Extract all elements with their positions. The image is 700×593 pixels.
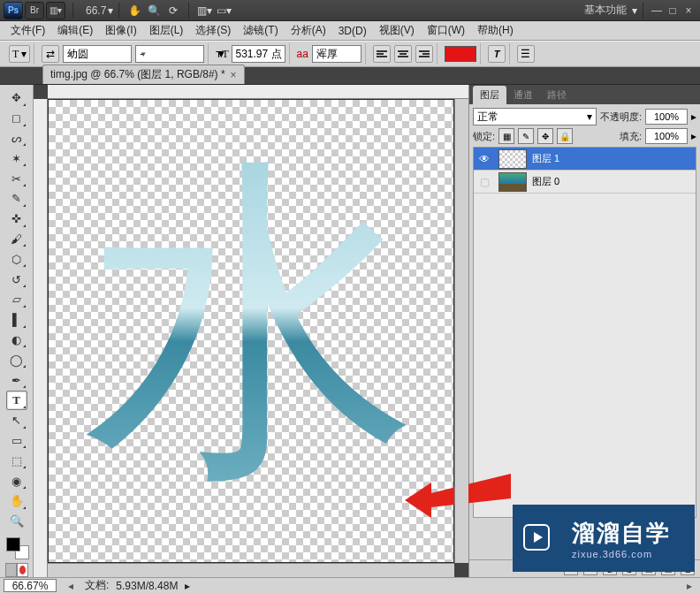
zoom-tool[interactable]: 🔍 bbox=[6, 512, 27, 531]
menu-file[interactable]: 文件(F) bbox=[5, 21, 50, 40]
tab-layers[interactable]: 图层 bbox=[473, 86, 506, 104]
workspace-switcher[interactable]: 基本功能 bbox=[579, 3, 632, 18]
minibridge-icon[interactable]: ▥▾ bbox=[46, 2, 65, 19]
shape-tool[interactable]: ▭ bbox=[6, 431, 27, 451]
watermark-url: zixue.3d66.com bbox=[572, 549, 671, 559]
ps-app-icon[interactable]: Ps bbox=[4, 2, 23, 19]
warp-text-button[interactable]: 𝙏 bbox=[488, 45, 506, 63]
blur-tool[interactable]: ◐ bbox=[6, 331, 27, 350]
scrollbar-vertical[interactable] bbox=[454, 99, 468, 563]
lock-transparency-icon[interactable]: ▦ bbox=[498, 128, 514, 144]
document-tab[interactable]: timg.jpg @ 66.7% (图层 1, RGB/8#) * × bbox=[42, 65, 245, 84]
window-close-icon[interactable]: × bbox=[681, 4, 696, 17]
menu-bar: 文件(F) 编辑(E) 图像(I) 图层(L) 选择(S) 滤镜(T) 分析(A… bbox=[0, 21, 700, 41]
pen-tool[interactable]: ✒ bbox=[6, 370, 27, 390]
panel-tabs: 图层 通道 路径 bbox=[469, 85, 700, 104]
scrollbar-horizontal[interactable] bbox=[48, 563, 454, 577]
align-left-button[interactable] bbox=[373, 45, 391, 63]
3d-camera-tool[interactable]: ◉ bbox=[6, 471, 27, 490]
ruler-horizontal[interactable] bbox=[48, 85, 468, 99]
path-select-tool[interactable]: ↖ bbox=[6, 411, 27, 430]
layer-thumbnail[interactable] bbox=[498, 172, 527, 192]
blend-mode-dropdown[interactable]: 正常▾ bbox=[473, 108, 597, 125]
align-right-button[interactable] bbox=[415, 45, 433, 63]
workspace-dropdown-icon[interactable]: ▾ bbox=[632, 4, 637, 17]
arrange-docs-icon[interactable]: ▥▾ bbox=[194, 2, 214, 19]
menu-filter[interactable]: 滤镜(T) bbox=[238, 21, 283, 40]
eyedropper-tool[interactable]: ✎ bbox=[6, 189, 27, 209]
menu-help[interactable]: 帮助(H) bbox=[472, 21, 519, 40]
menu-analysis[interactable]: 分析(A) bbox=[285, 21, 331, 40]
eraser-tool[interactable]: ▱ bbox=[6, 290, 27, 309]
menu-image[interactable]: 图像(I) bbox=[100, 21, 141, 40]
window-restore-icon[interactable]: □ bbox=[665, 4, 681, 17]
layer-row[interactable]: ▢ 图层 0 bbox=[474, 171, 696, 194]
zoom-tool-icon[interactable]: 🔍 bbox=[144, 2, 164, 19]
lasso-tool[interactable]: ᔕ bbox=[6, 129, 27, 148]
layer-name[interactable]: 图层 0 bbox=[530, 175, 559, 188]
tab-paths[interactable]: 路径 bbox=[540, 86, 574, 104]
status-doc-value: 5.93M/8.48M bbox=[116, 580, 178, 592]
3d-tool[interactable]: ⬚ bbox=[6, 451, 27, 470]
character-panel-button[interactable]: ☰ bbox=[517, 45, 535, 63]
hand-tool[interactable]: ✋ bbox=[6, 491, 27, 511]
menu-3d[interactable]: 3D(D) bbox=[333, 23, 372, 39]
status-dropdown-icon[interactable]: ▸ bbox=[185, 580, 190, 592]
lock-pixels-icon[interactable]: ✎ bbox=[518, 128, 534, 144]
ruler-vertical[interactable] bbox=[34, 99, 48, 577]
text-orientation-icon[interactable]: ⇄ bbox=[42, 45, 59, 63]
menu-window[interactable]: 窗口(W) bbox=[422, 21, 470, 40]
font-style-dropdown[interactable]: -▼ bbox=[135, 45, 204, 63]
chevron-down-icon: ▾ bbox=[587, 110, 592, 123]
screen-mode-icon[interactable]: ▭▾ bbox=[214, 2, 233, 19]
text-color-swatch[interactable] bbox=[445, 46, 476, 62]
align-center-button[interactable] bbox=[394, 45, 412, 63]
bridge-app-icon[interactable]: Br bbox=[25, 2, 44, 19]
tab-channels[interactable]: 通道 bbox=[506, 86, 540, 104]
opacity-field[interactable]: 100% bbox=[645, 109, 688, 125]
lock-position-icon[interactable]: ✥ bbox=[537, 128, 553, 144]
history-brush-tool[interactable]: ↺ bbox=[6, 270, 27, 289]
rotate-view-icon[interactable]: ⟳ bbox=[164, 2, 183, 19]
marquee-tool[interactable]: ◻ bbox=[6, 109, 27, 128]
dodge-tool[interactable]: ◯ bbox=[6, 350, 27, 369]
quick-mask-toggle[interactable] bbox=[5, 563, 28, 577]
lock-all-icon[interactable]: 🔒 bbox=[557, 128, 573, 144]
menu-select[interactable]: 选择(S) bbox=[190, 21, 236, 40]
zoom-dropdown-icon[interactable]: ▾ bbox=[108, 4, 113, 17]
quick-select-tool[interactable]: ✶ bbox=[6, 148, 27, 168]
opacity-slider-icon[interactable]: ▸ bbox=[691, 110, 696, 123]
fill-slider-icon[interactable]: ▸ bbox=[691, 130, 696, 142]
hand-tool-icon[interactable]: ✋ bbox=[125, 2, 144, 19]
status-right-icon[interactable]: ▸ bbox=[682, 580, 696, 592]
type-tool[interactable]: T bbox=[6, 391, 27, 410]
status-zoom-field[interactable]: 66.67% bbox=[4, 579, 57, 592]
font-family-dropdown[interactable]: 幼圆▼ bbox=[63, 45, 132, 63]
move-tool[interactable]: ✥ bbox=[6, 88, 27, 108]
layer-thumbnail[interactable] bbox=[498, 149, 527, 169]
brush-tool[interactable]: 🖌 bbox=[6, 230, 27, 249]
stamp-tool[interactable]: ⬡ bbox=[6, 249, 27, 269]
visibility-icon[interactable]: ▢ bbox=[474, 176, 495, 188]
layers-panel: 正常▾ 不透明度: 100% ▸ 锁定: ▦ ✎ ✥ 🔒 填充: 100% ▸ … bbox=[469, 104, 700, 559]
fill-field[interactable]: 100% bbox=[645, 128, 688, 144]
layer-name[interactable]: 图层 1 bbox=[530, 152, 559, 165]
gradient-tool[interactable]: ▌ bbox=[6, 310, 27, 330]
crop-tool[interactable]: ✂ bbox=[6, 169, 27, 188]
healing-tool[interactable]: ✜ bbox=[6, 209, 27, 229]
fg-bg-colors[interactable] bbox=[4, 536, 29, 560]
menu-view[interactable]: 视图(V) bbox=[374, 21, 420, 40]
close-tab-icon[interactable]: × bbox=[231, 69, 237, 81]
status-left-icon[interactable]: ◂ bbox=[64, 580, 78, 592]
canvas[interactable]: 水 bbox=[48, 99, 454, 563]
antialias-dropdown[interactable]: 浑厚▼ bbox=[312, 45, 361, 63]
menu-layer[interactable]: 图层(L) bbox=[144, 21, 189, 40]
font-size-icon: ᴛT bbox=[216, 48, 228, 61]
tool-preset-icon[interactable]: T ▾ bbox=[9, 45, 30, 63]
layer-row[interactable]: 👁 图层 1 bbox=[474, 148, 696, 171]
font-size-field[interactable]: 531.97 点 bbox=[232, 45, 285, 63]
menu-edit[interactable]: 编辑(E) bbox=[52, 21, 98, 40]
zoom-readout: 66.7 bbox=[86, 4, 106, 17]
window-minimize-icon[interactable]: — bbox=[649, 4, 665, 17]
visibility-icon[interactable]: 👁 bbox=[474, 153, 495, 165]
